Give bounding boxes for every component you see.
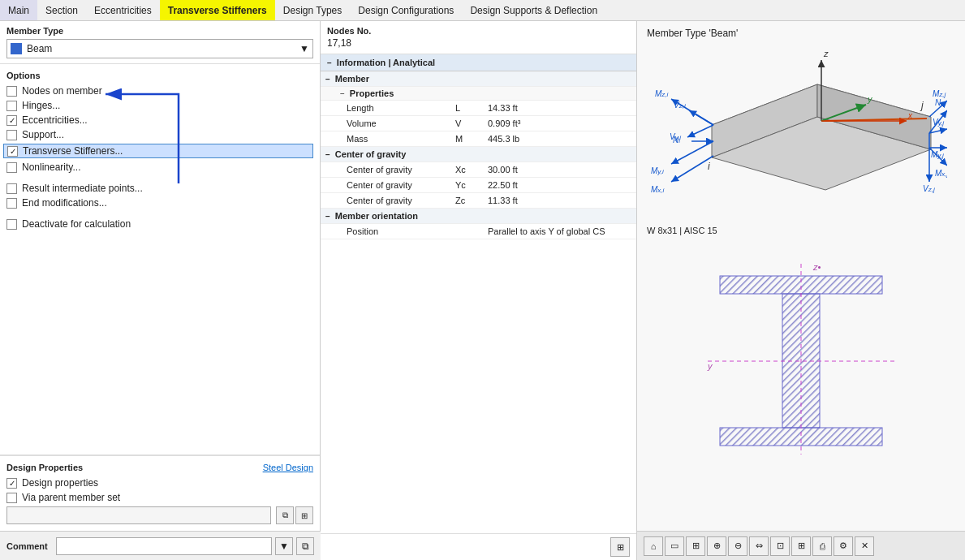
option-hinges: Hinges... — [6, 100, 313, 111]
section-label: W 8x31 | AISC 15 — [647, 226, 955, 235]
menu-design-types[interactable]: Design Types — [275, 0, 351, 20]
menu-design-configurations[interactable]: Design Configurations — [350, 0, 462, 20]
option-label-end-mod[interactable]: End modifications... — [22, 197, 107, 209]
member-group-header[interactable]: − Member — [321, 71, 636, 87]
toolbar-close-btn[interactable]: ✕ — [855, 536, 874, 556]
checkbox-support[interactable] — [6, 130, 17, 140]
checkbox-design-properties[interactable] — [6, 478, 17, 489]
menubar: Main Section Eccentricities Transverse S… — [0, 0, 965, 21]
options-section: Options Nodes on member Hinges... Eccent… — [0, 64, 320, 455]
toolbar-grid-btn[interactable]: ⊞ — [686, 536, 705, 556]
mid-table-icon-btn[interactable]: ⊞ — [610, 537, 630, 557]
prop-length-sym: L — [450, 101, 483, 116]
prop-volume-val: 0.909 ft³ — [483, 116, 636, 131]
toolbar-measure-btn[interactable]: ⇔ — [749, 536, 769, 556]
member-label: Member — [335, 74, 369, 84]
svg-text:x: x — [907, 111, 913, 120]
toolbar-zoom-out-btn[interactable]: ⊖ — [728, 536, 747, 556]
option-support: Support... — [6, 129, 313, 140]
options-label: Options — [6, 71, 313, 80]
design-dropdown-bar[interactable] — [6, 506, 271, 524]
cog-label: Center of gravity — [335, 149, 406, 159]
toolbar-settings-btn[interactable]: ⚙ — [834, 536, 853, 556]
menu-transverse-stiffeners[interactable]: Transverse Stiffeners — [160, 0, 275, 20]
cog-collapse-icon: − — [325, 150, 330, 159]
option-end-modifications: End modifications... — [6, 197, 313, 209]
checkbox-end-modifications[interactable] — [6, 198, 17, 209]
comment-label: Comment — [6, 541, 51, 551]
dropdown-arrow-icon: ▼ — [299, 43, 309, 54]
table-row: Center of gravity Yc 22.50 ft — [321, 178, 636, 193]
checkbox-deactivate[interactable] — [6, 219, 17, 230]
option-label-transverse[interactable]: Transverse Stiffeners... — [23, 145, 123, 157]
option-eccentricities: Eccentricities... — [6, 114, 313, 126]
mid-panel-bottom: ⊞ — [321, 533, 636, 560]
label-via-parent: Via parent member set — [22, 492, 120, 503]
cog-group-header[interactable]: − Center of gravity — [321, 147, 636, 162]
toolbar-print-btn[interactable]: ⎙ — [812, 536, 832, 556]
option-label-nodes[interactable]: Nodes on member — [22, 85, 102, 97]
option-label-nonlinearity[interactable]: Nonlinearity... — [22, 162, 80, 173]
nodes-label: Nodes No. — [327, 26, 630, 36]
svg-text:Ni: Ni — [673, 136, 680, 144]
svg-text:My,j: My,j — [931, 150, 944, 159]
member-type-dropdown[interactable]: Beam ▼ — [6, 39, 313, 58]
svg-line-12 — [687, 125, 713, 137]
design-icon-btn-2[interactable]: ⊞ — [295, 506, 313, 524]
svg-text:Mx,j: Mx,j — [935, 169, 947, 178]
comment-dropdown-btn[interactable]: ▼ — [275, 537, 293, 555]
checkbox-eccentricities[interactable] — [6, 115, 17, 126]
svg-text:i: i — [708, 161, 710, 172]
cog-table: Center of gravity Xc 30.00 ft Center of … — [321, 162, 636, 209]
toolbar-zoom-in-btn[interactable]: ⊕ — [707, 536, 726, 556]
menu-design-supports[interactable]: Design Supports & Deflection — [462, 0, 605, 20]
option-nonlinearity: Nonlinearity... — [6, 162, 313, 173]
checkbox-hinges[interactable] — [6, 101, 17, 111]
menu-eccentricities[interactable]: Eccentricities — [86, 0, 160, 20]
option-label-deactivate[interactable]: Deactivate for calculation — [22, 218, 131, 230]
svg-text:My,i: My,i — [651, 166, 664, 175]
steel-design-link[interactable]: Steel Design — [263, 463, 313, 472]
menu-main[interactable]: Main — [0, 0, 37, 20]
option-nodes-on-member: Nodes on member — [6, 85, 313, 97]
properties-subheader[interactable]: − Properties — [321, 87, 636, 101]
cross-section-diagram: z• y — [687, 256, 915, 475]
right-panel: Member Type 'Beam' — [637, 21, 965, 560]
checkbox-via-parent[interactable] — [6, 493, 17, 503]
cog-zc-val: 11.33 ft — [483, 193, 636, 209]
prop-mass-val: 445.3 lb — [483, 131, 636, 147]
toolbar-select-btn[interactable]: ⊡ — [770, 536, 790, 556]
svg-text:Mz,i: Mz,i — [655, 89, 669, 98]
svg-text:Vz,j: Vz,j — [923, 184, 935, 193]
option-deactivate: Deactivate for calculation — [6, 218, 313, 230]
checkbox-nodes-on-member[interactable] — [6, 86, 17, 97]
right-top: Member Type 'Beam' — [637, 21, 965, 531]
right-panel-title: Member Type 'Beam' — [647, 28, 955, 39]
option-label-hinges[interactable]: Hinges... — [22, 100, 60, 111]
svg-text:z: z — [823, 49, 829, 58]
orientation-group-header[interactable]: − Member orientation — [321, 209, 636, 224]
comment-input[interactable] — [56, 537, 272, 555]
info-header[interactable]: − Information | Analytical — [321, 54, 636, 71]
cog-xc-val: 30.00 ft — [483, 162, 636, 178]
design-prop-via-parent: Via parent member set — [6, 492, 313, 503]
info-label: Information | Analytical — [337, 58, 435, 67]
toolbar-table-btn[interactable]: ⊞ — [791, 536, 811, 556]
menu-section[interactable]: Section — [37, 0, 86, 20]
design-icon-btn-1[interactable]: ⧉ — [276, 506, 294, 524]
design-properties-section: Design Properties Steel Design Design pr… — [0, 455, 320, 531]
cog-zc-name: Center of gravity — [321, 193, 450, 209]
option-label-result[interactable]: Result intermediate points... — [22, 183, 143, 194]
nodes-section: Nodes No. 17,18 — [321, 21, 636, 54]
checkbox-transverse-stiffeners[interactable] — [7, 146, 18, 157]
checkbox-nonlinearity[interactable] — [6, 162, 17, 173]
svg-text:Vy,j: Vy,j — [933, 118, 944, 127]
label-design-properties: Design properties — [22, 477, 98, 489]
comment-copy-btn[interactable]: ⧉ — [296, 537, 314, 555]
option-label-eccentricities[interactable]: Eccentricities... — [22, 114, 88, 126]
table-row: Length L 14.33 ft — [321, 101, 636, 116]
toolbar-frame-btn[interactable]: ▭ — [665, 536, 684, 556]
option-label-support[interactable]: Support... — [22, 129, 64, 140]
toolbar-home-btn[interactable]: ⌂ — [644, 536, 663, 556]
checkbox-result-intermediate[interactable] — [6, 183, 17, 194]
